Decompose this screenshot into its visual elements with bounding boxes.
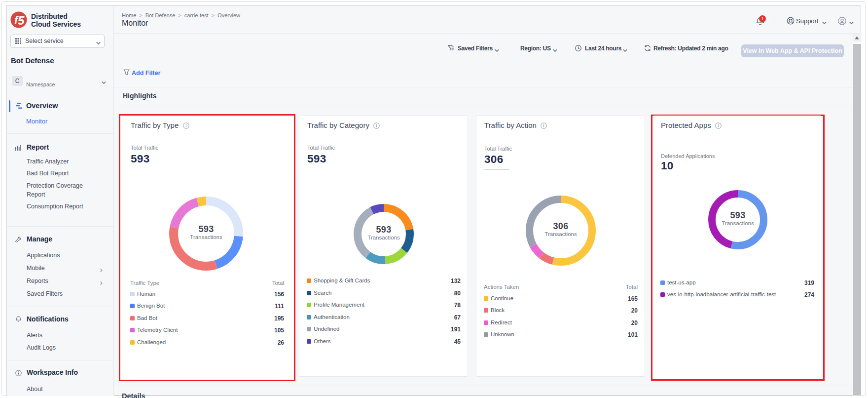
- svg-text:5: 5: [18, 14, 25, 27]
